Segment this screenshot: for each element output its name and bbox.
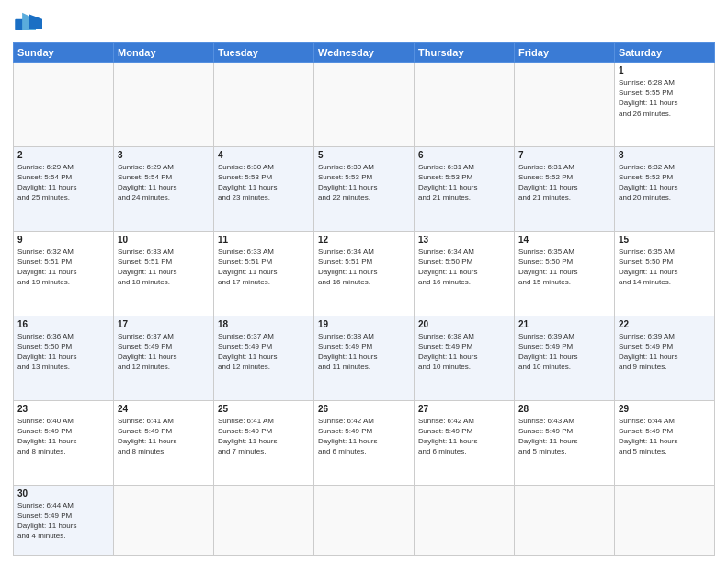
day-info: Sunrise: 6:38 AM Sunset: 5:49 PM Dayligh…: [418, 331, 510, 373]
calendar-row: 30Sunrise: 6:44 AM Sunset: 5:49 PM Dayli…: [14, 485, 715, 555]
calendar-cell: [114, 485, 214, 555]
day-number: 16: [17, 319, 109, 329]
calendar-cell: 6Sunrise: 6:31 AM Sunset: 5:53 PM Daylig…: [415, 146, 515, 231]
calendar-row: 2Sunrise: 6:29 AM Sunset: 5:54 PM Daylig…: [14, 146, 715, 231]
calendar-cell: [114, 63, 214, 147]
day-number: 30: [17, 488, 109, 499]
calendar-row: 1Sunrise: 6:28 AM Sunset: 5:55 PM Daylig…: [14, 63, 715, 147]
calendar-cell: 4Sunrise: 6:30 AM Sunset: 5:53 PM Daylig…: [214, 146, 314, 231]
calendar-cell: [415, 63, 515, 147]
svg-marker-2: [29, 15, 42, 29]
day-info: Sunrise: 6:41 AM Sunset: 5:49 PM Dayligh…: [218, 416, 310, 457]
day-number: 14: [518, 235, 610, 245]
day-number: 17: [118, 319, 210, 329]
calendar-cell: 15Sunrise: 6:35 AM Sunset: 5:50 PM Dayli…: [615, 231, 715, 316]
logo-icon: [13, 11, 46, 37]
calendar-header: SundayMondayTuesdayWednesdayThursdayFrid…: [14, 43, 715, 63]
calendar-cell: 23Sunrise: 6:40 AM Sunset: 5:49 PM Dayli…: [14, 400, 114, 485]
day-number: 27: [418, 404, 510, 414]
day-number: 6: [418, 150, 510, 160]
header-cell-sunday: Sunday: [14, 43, 114, 63]
calendar-cell: [314, 485, 415, 555]
calendar-cell: 25Sunrise: 6:41 AM Sunset: 5:49 PM Dayli…: [214, 400, 314, 485]
calendar-cell: 20Sunrise: 6:38 AM Sunset: 5:49 PM Dayli…: [415, 316, 515, 400]
day-info: Sunrise: 6:28 AM Sunset: 5:55 PM Dayligh…: [619, 77, 711, 119]
calendar-cell: 10Sunrise: 6:33 AM Sunset: 5:51 PM Dayli…: [114, 231, 214, 316]
day-number: 18: [218, 319, 310, 329]
day-info: Sunrise: 6:36 AM Sunset: 5:50 PM Dayligh…: [17, 331, 109, 373]
day-info: Sunrise: 6:38 AM Sunset: 5:49 PM Dayligh…: [318, 331, 410, 373]
day-number: 1: [619, 65, 711, 75]
header-cell-friday: Friday: [515, 43, 615, 63]
calendar-row: 23Sunrise: 6:40 AM Sunset: 5:49 PM Dayli…: [14, 400, 715, 485]
calendar-cell: 8Sunrise: 6:32 AM Sunset: 5:52 PM Daylig…: [615, 146, 715, 231]
calendar-cell: [214, 485, 314, 555]
day-number: 25: [218, 404, 310, 414]
calendar-cell: 3Sunrise: 6:29 AM Sunset: 5:54 PM Daylig…: [114, 146, 214, 231]
calendar-cell: 30Sunrise: 6:44 AM Sunset: 5:49 PM Dayli…: [14, 485, 114, 555]
day-info: Sunrise: 6:29 AM Sunset: 5:54 PM Dayligh…: [118, 162, 210, 203]
day-info: Sunrise: 6:44 AM Sunset: 5:49 PM Dayligh…: [17, 500, 109, 542]
calendar-cell: 19Sunrise: 6:38 AM Sunset: 5:49 PM Dayli…: [314, 316, 415, 400]
day-number: 12: [318, 235, 410, 245]
day-info: Sunrise: 6:31 AM Sunset: 5:53 PM Dayligh…: [418, 162, 510, 203]
calendar-cell: 13Sunrise: 6:34 AM Sunset: 5:50 PM Dayli…: [415, 231, 515, 316]
header-cell-tuesday: Tuesday: [214, 43, 314, 63]
header-cell-thursday: Thursday: [415, 43, 515, 63]
day-number: 11: [218, 235, 310, 245]
day-number: 5: [318, 150, 410, 160]
day-info: Sunrise: 6:33 AM Sunset: 5:51 PM Dayligh…: [118, 247, 210, 288]
header-cell-saturday: Saturday: [615, 43, 715, 63]
day-number: 28: [518, 404, 610, 414]
day-info: Sunrise: 6:42 AM Sunset: 5:49 PM Dayligh…: [318, 416, 410, 457]
calendar-cell: 26Sunrise: 6:42 AM Sunset: 5:49 PM Dayli…: [314, 400, 415, 485]
header: [13, 11, 715, 37]
calendar-cell: 14Sunrise: 6:35 AM Sunset: 5:50 PM Dayli…: [515, 231, 615, 316]
day-info: Sunrise: 6:30 AM Sunset: 5:53 PM Dayligh…: [218, 162, 310, 203]
day-info: Sunrise: 6:29 AM Sunset: 5:54 PM Dayligh…: [17, 162, 109, 203]
day-info: Sunrise: 6:42 AM Sunset: 5:49 PM Dayligh…: [418, 416, 510, 457]
header-row: SundayMondayTuesdayWednesdayThursdayFrid…: [14, 43, 715, 63]
calendar-cell: [314, 63, 415, 147]
calendar-cell: 16Sunrise: 6:36 AM Sunset: 5:50 PM Dayli…: [14, 316, 114, 400]
calendar-cell: 22Sunrise: 6:39 AM Sunset: 5:49 PM Dayli…: [615, 316, 715, 400]
day-info: Sunrise: 6:34 AM Sunset: 5:50 PM Dayligh…: [418, 247, 510, 288]
day-number: 29: [619, 404, 711, 414]
day-info: Sunrise: 6:32 AM Sunset: 5:51 PM Dayligh…: [17, 247, 109, 288]
day-number: 21: [518, 319, 610, 329]
day-info: Sunrise: 6:44 AM Sunset: 5:49 PM Dayligh…: [619, 416, 711, 457]
day-number: 4: [218, 150, 310, 160]
calendar-cell: 21Sunrise: 6:39 AM Sunset: 5:49 PM Dayli…: [515, 316, 615, 400]
calendar-cell: 17Sunrise: 6:37 AM Sunset: 5:49 PM Dayli…: [114, 316, 214, 400]
calendar-cell: 9Sunrise: 6:32 AM Sunset: 5:51 PM Daylig…: [14, 231, 114, 316]
day-number: 13: [418, 235, 510, 245]
day-number: 20: [418, 319, 510, 329]
day-info: Sunrise: 6:39 AM Sunset: 5:49 PM Dayligh…: [619, 331, 711, 373]
day-number: 10: [118, 235, 210, 245]
day-number: 23: [17, 404, 109, 414]
calendar-cell: 11Sunrise: 6:33 AM Sunset: 5:51 PM Dayli…: [214, 231, 314, 316]
header-cell-wednesday: Wednesday: [314, 43, 415, 63]
calendar-cell: 18Sunrise: 6:37 AM Sunset: 5:49 PM Dayli…: [214, 316, 314, 400]
day-number: 9: [17, 235, 109, 245]
day-info: Sunrise: 6:40 AM Sunset: 5:49 PM Dayligh…: [17, 416, 109, 457]
day-number: 19: [318, 319, 410, 329]
calendar-cell: 28Sunrise: 6:43 AM Sunset: 5:49 PM Dayli…: [515, 400, 615, 485]
day-number: 24: [118, 404, 210, 414]
calendar-cell: 27Sunrise: 6:42 AM Sunset: 5:49 PM Dayli…: [415, 400, 515, 485]
day-info: Sunrise: 6:32 AM Sunset: 5:52 PM Dayligh…: [619, 162, 711, 203]
calendar-body: 1Sunrise: 6:28 AM Sunset: 5:55 PM Daylig…: [14, 63, 715, 556]
day-number: 15: [619, 235, 711, 245]
calendar-cell: 29Sunrise: 6:44 AM Sunset: 5:49 PM Dayli…: [615, 400, 715, 485]
calendar-row: 16Sunrise: 6:36 AM Sunset: 5:50 PM Dayli…: [14, 316, 715, 400]
day-info: Sunrise: 6:37 AM Sunset: 5:49 PM Dayligh…: [118, 331, 210, 373]
day-info: Sunrise: 6:43 AM Sunset: 5:49 PM Dayligh…: [518, 416, 610, 457]
calendar-cell: [515, 485, 615, 555]
calendar-cell: 2Sunrise: 6:29 AM Sunset: 5:54 PM Daylig…: [14, 146, 114, 231]
day-number: 26: [318, 404, 410, 414]
page: SundayMondayTuesdayWednesdayThursdayFrid…: [0, 0, 728, 563]
day-info: Sunrise: 6:31 AM Sunset: 5:52 PM Dayligh…: [518, 162, 610, 203]
logo: [13, 11, 50, 37]
calendar-cell: [14, 63, 114, 147]
day-info: Sunrise: 6:33 AM Sunset: 5:51 PM Dayligh…: [218, 247, 310, 288]
